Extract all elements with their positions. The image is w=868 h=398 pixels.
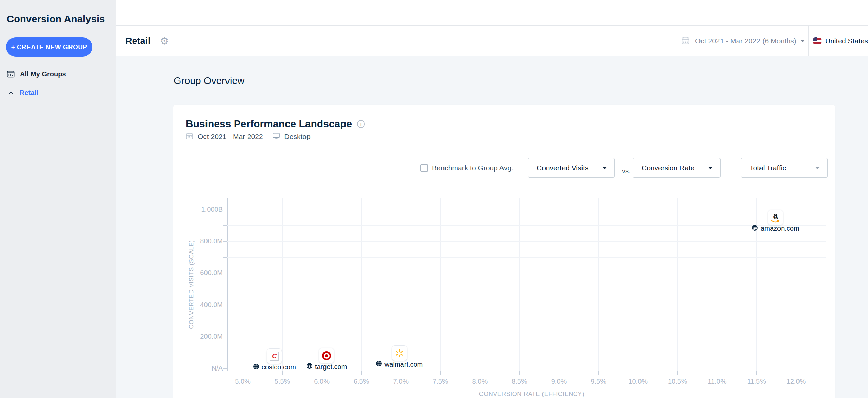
y-metric-value: Converted Visits [537, 164, 589, 172]
x-tick-label: 9.5% [581, 378, 615, 385]
y-tick-label: 800.0M [182, 237, 223, 245]
chart-point-target.com[interactable] [319, 348, 334, 363]
x-metric-dropdown[interactable]: Conversion Rate [633, 158, 721, 178]
y-axis-title: CONVERTED VISITS (SCALE) [188, 200, 195, 369]
benchmark-label[interactable]: Benchmark to Group Avg. [432, 164, 513, 172]
x-gridline [677, 198, 678, 371]
group-header-bar: Retail ⚙ Oct 2021 - Mar 2022 (6 Months) [116, 26, 868, 56]
caret-down-icon [815, 167, 820, 169]
top-menu-bar [116, 0, 868, 26]
x-tick [480, 371, 480, 375]
business-performance-card: Business Performance Landscape i Oct 202… [173, 105, 835, 398]
y-tick [223, 353, 227, 353]
domain-label: target.com [315, 363, 347, 371]
x-tick [361, 371, 362, 375]
divider [731, 160, 731, 176]
x-tick-label: 7.0% [384, 378, 418, 385]
create-new-group-button[interactable]: + CREATE NEW GROUP [6, 37, 92, 57]
chart-point-walmart.com[interactable] [392, 345, 407, 361]
card-title: Business Performance Landscape [186, 118, 352, 130]
x-tick [519, 371, 520, 375]
x-gridline [401, 198, 401, 371]
x-tick [440, 371, 441, 375]
sidebar: Conversion Analysis + CREATE NEW GROUP A… [0, 0, 116, 398]
y-gridline [227, 225, 826, 226]
chart-point-label-amazon.com[interactable]: amazon.com [738, 225, 813, 233]
bubble-metric-dropdown[interactable]: Total Traffic [741, 158, 828, 178]
y-gridline [227, 241, 826, 242]
x-tick-label: 5.5% [265, 378, 299, 385]
date-range-picker[interactable]: Oct 2021 - Mar 2022 (6 Months) [673, 26, 808, 56]
x-gridline [638, 198, 638, 371]
x-tick [717, 371, 717, 375]
group-name: Retail [125, 36, 151, 46]
vs-label: vs. [622, 167, 631, 175]
y-tick [223, 273, 227, 273]
card-subtitle: Oct 2021 - Mar 2022 Desktop [186, 132, 311, 141]
y-tick [223, 337, 227, 337]
y-gridline [227, 257, 826, 258]
chart-controls: Benchmark to Group Avg. Converted Visits… [173, 152, 835, 189]
card-device: Desktop [284, 133, 311, 141]
caret-down-icon [708, 167, 713, 169]
x-gridline [440, 198, 441, 371]
x-tick-label: 7.5% [423, 378, 457, 385]
gear-icon[interactable]: ⚙ [160, 36, 169, 46]
chart-point-amazon.com[interactable]: a [768, 210, 783, 225]
x-gridline [519, 198, 520, 371]
x-gridline [717, 198, 717, 371]
y-tick [223, 225, 227, 226]
x-tick [598, 371, 599, 375]
x-tick-label: 6.0% [305, 378, 339, 385]
chart: CONVERTED VISITS (SCALE) CONVERSION RATE… [173, 198, 835, 398]
y-gridline [227, 321, 826, 321]
sidebar-item-retail[interactable]: Retail [0, 85, 116, 100]
benchmark-checkbox[interactable] [420, 164, 428, 172]
y-metric-dropdown[interactable]: Converted Visits [528, 158, 615, 178]
info-icon[interactable]: i [357, 120, 365, 128]
domain-label: amazon.com [761, 225, 800, 232]
y-tick [223, 289, 227, 289]
chart-point-label-walmart.com[interactable]: walmart.com [362, 360, 437, 368]
x-tick [796, 371, 796, 375]
page-title: Group Overview [174, 75, 245, 87]
x-tick-label: 11.0% [700, 378, 734, 385]
y-tick [223, 210, 227, 210]
x-tick-label: 10.5% [660, 378, 694, 385]
sidebar-item-all-my-groups[interactable]: All My Groups [0, 67, 116, 81]
x-tick-label: 9.0% [542, 378, 576, 385]
caret-down-icon [602, 167, 607, 169]
x-gridline [598, 198, 599, 371]
sidebar-item-label: All My Groups [20, 70, 66, 78]
date-range-value: Oct 2021 - Mar 2022 (6 Months) [695, 37, 796, 45]
y-gridline [227, 210, 826, 210]
y-tick [223, 257, 227, 258]
x-gridline [282, 198, 283, 371]
x-gridline [480, 198, 480, 371]
divider [518, 160, 518, 176]
sidebar-item-label: Retail [20, 89, 38, 97]
x-tick-label: 8.5% [502, 378, 536, 385]
domain-label: walmart.com [384, 361, 423, 368]
chevron-up-icon[interactable] [9, 91, 13, 94]
us-flag-icon [813, 37, 822, 45]
x-tick-label: 11.5% [739, 378, 773, 385]
x-tick [638, 371, 638, 375]
x-metric-value: Conversion Rate [642, 164, 694, 172]
country-selector[interactable]: United States [808, 26, 868, 56]
y-tick-label: 200.0M [182, 333, 223, 340]
desktop-monitor-icon [272, 132, 280, 141]
globe-icon [306, 363, 313, 371]
y-gridline [227, 337, 826, 337]
x-tick [322, 371, 322, 375]
y-tick-label: N/A [182, 364, 223, 372]
x-tick [677, 371, 678, 375]
x-tick-label: 10.0% [621, 378, 655, 385]
chart-point-label-target.com[interactable]: target.com [289, 363, 364, 371]
chart-point-costco.com[interactable]: C [267, 348, 282, 364]
globe-icon [376, 360, 382, 368]
x-tick-label: 8.0% [463, 378, 497, 385]
y-gridline [227, 289, 826, 289]
group-title-block: Retail ⚙ [125, 26, 169, 56]
y-axis-line [227, 198, 228, 371]
